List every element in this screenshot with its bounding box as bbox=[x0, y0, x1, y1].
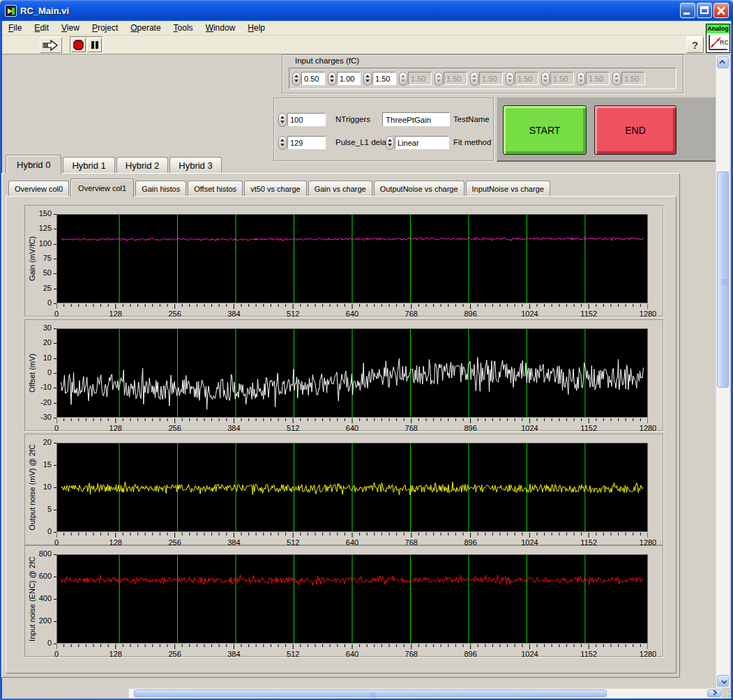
pause-button[interactable] bbox=[87, 38, 102, 52]
spinner-up-down-buttons[interactable] bbox=[292, 72, 301, 86]
tab-hybrid-0[interactable]: Hybrid 0 bbox=[6, 155, 61, 174]
chevron-up-icon bbox=[719, 59, 725, 65]
x-tick-label: 1280 bbox=[640, 424, 656, 432]
chevron-right-icon bbox=[711, 690, 717, 695]
y-tick-label: -20 bbox=[25, 398, 52, 406]
tab-outputnoise-vs-charge[interactable]: OutputNoise vs charge bbox=[374, 181, 464, 196]
ntriggers-value[interactable]: 100 bbox=[287, 113, 326, 126]
input-charge-value-0[interactable]: 0.50 bbox=[301, 72, 325, 85]
menu-operate[interactable]: Operate bbox=[124, 22, 167, 34]
tab-hybrid-1[interactable]: Hybrid 1 bbox=[63, 157, 114, 173]
y-tick-label: 150 bbox=[25, 209, 52, 218]
menu-view[interactable]: View bbox=[55, 22, 86, 34]
x-tick-label: 768 bbox=[405, 650, 418, 658]
input-charge-spinner-5: 1.50 bbox=[470, 71, 503, 86]
y-tick-label: 5 bbox=[25, 505, 52, 513]
x-tick-label: 0 bbox=[54, 310, 59, 318]
pulse-delay-value[interactable]: 129 bbox=[287, 136, 326, 149]
chevron-down-icon bbox=[721, 678, 727, 683]
spinner-up-down-buttons[interactable] bbox=[278, 113, 287, 127]
spinner-up-down-buttons bbox=[541, 72, 550, 86]
ntriggers-label: NTriggers bbox=[335, 115, 370, 123]
y-tick-label: 10 bbox=[25, 353, 52, 362]
input-charge-value-2[interactable]: 1.50 bbox=[372, 72, 396, 85]
output-noise-chart: Output noise (mV) @ 2fC20151050012825638… bbox=[24, 434, 663, 545]
start-button[interactable]: START bbox=[503, 105, 587, 155]
spinner-up-down-buttons[interactable] bbox=[386, 136, 394, 150]
input-charge-spinner-0[interactable]: 0.50 bbox=[292, 71, 325, 86]
x-tick-label: 1280 bbox=[640, 310, 656, 318]
menu-file[interactable]: File bbox=[2, 22, 28, 34]
input-charge-value-7: 1.50 bbox=[550, 72, 574, 85]
menu-edit[interactable]: Edit bbox=[28, 22, 55, 34]
testname-field[interactable]: ThreePtGain bbox=[382, 112, 450, 126]
y-tick-label: 200 bbox=[25, 616, 52, 625]
y-tick-label: 25 bbox=[25, 284, 52, 292]
hybrid-tab-strip: Hybrid 0Hybrid 1Hybrid 2Hybrid 3 bbox=[6, 155, 222, 173]
x-tick-label: 128 bbox=[109, 650, 122, 658]
x-tick-label: 384 bbox=[227, 310, 240, 318]
menu-tools[interactable]: Tools bbox=[167, 22, 199, 34]
minimize-button[interactable] bbox=[680, 3, 695, 18]
spinner-up-down-buttons bbox=[434, 72, 443, 86]
menu-project[interactable]: Project bbox=[86, 22, 124, 34]
x-tick-label: 1280 bbox=[640, 650, 656, 658]
spinner-up-down-buttons[interactable] bbox=[363, 72, 372, 86]
vertical-scroll-thumb[interactable] bbox=[717, 172, 729, 388]
title-bar[interactable]: RC_Main.vi bbox=[0, 0, 733, 21]
tab-overview-col1[interactable]: Overview col1 bbox=[70, 178, 134, 197]
tab-overview-col0[interactable]: Overview col0 bbox=[8, 181, 69, 196]
x-tick-label: 896 bbox=[464, 310, 476, 318]
abort-button[interactable] bbox=[71, 38, 86, 52]
input-charge-spinner-1[interactable]: 1.00 bbox=[328, 71, 361, 86]
spinner-up-down-buttons bbox=[577, 72, 585, 86]
horizontal-scroll-thumb[interactable] bbox=[134, 690, 607, 697]
tab-inputnoise-vs-charge[interactable]: InputNoise vs charge bbox=[466, 181, 550, 196]
x-tick-label: 640 bbox=[346, 310, 358, 318]
run-button[interactable] bbox=[40, 37, 62, 53]
fit-method-ring[interactable]: Linear bbox=[386, 135, 449, 150]
horizontal-scrollbar[interactable] bbox=[128, 688, 722, 699]
x-axis-ticks bbox=[56, 418, 648, 424]
y-tick-label: 0 bbox=[25, 298, 52, 307]
tab-offset-histos[interactable]: Offset histos bbox=[188, 181, 243, 196]
vi-icon-analog-label: Analog bbox=[706, 24, 730, 33]
pulse-delay-spinner[interactable]: 129 bbox=[278, 135, 326, 150]
menu-help[interactable]: Help bbox=[241, 22, 271, 34]
view-tab-strip: Overview col0Overview col1Gain histosOff… bbox=[8, 178, 550, 196]
end-button[interactable]: END bbox=[594, 105, 677, 155]
y-tick-label: 20 bbox=[25, 338, 52, 347]
x-tick-label: 768 bbox=[405, 424, 418, 432]
spinner-up-down-buttons[interactable] bbox=[328, 72, 336, 86]
scroll-down-button[interactable] bbox=[717, 675, 729, 687]
output-noise-plot-area bbox=[56, 443, 648, 532]
ntriggers-spinner[interactable]: 100 bbox=[278, 112, 326, 127]
tab-vt50-vs-charge[interactable]: vt50 vs charge bbox=[244, 181, 307, 196]
y-tick-label: 10 bbox=[25, 482, 52, 491]
fit-method-value[interactable]: Linear bbox=[395, 136, 449, 149]
tab-gain-vs-charge[interactable]: Gain vs charge bbox=[308, 181, 372, 196]
input-charge-spinner-7: 1.50 bbox=[541, 71, 574, 86]
help-button[interactable]: ? bbox=[686, 36, 704, 53]
labview-app-icon bbox=[5, 5, 17, 17]
y-tick-label: 0 bbox=[25, 368, 52, 376]
tab-hybrid-3[interactable]: Hybrid 3 bbox=[169, 157, 221, 173]
x-axis-ticks bbox=[56, 304, 648, 310]
menu-window[interactable]: Window bbox=[199, 22, 242, 34]
tab-gain-histos[interactable]: Gain histos bbox=[135, 181, 186, 196]
input-charge-spinner-3: 1.50 bbox=[399, 71, 432, 86]
vertical-scrollbar[interactable] bbox=[716, 55, 730, 688]
scroll-up-button[interactable] bbox=[717, 56, 729, 68]
x-tick-label: 768 bbox=[405, 310, 418, 318]
y-tick-label: 125 bbox=[25, 224, 52, 232]
scroll-right-button[interactable] bbox=[707, 690, 721, 697]
resize-grip[interactable] bbox=[723, 690, 732, 699]
tab-hybrid-2[interactable]: Hybrid 2 bbox=[116, 157, 168, 173]
run-arrow-icon bbox=[43, 39, 59, 52]
spinner-up-down-buttons[interactable] bbox=[278, 136, 287, 150]
input-charge-value-1[interactable]: 1.00 bbox=[337, 72, 361, 85]
input-charge-value-4: 1.50 bbox=[444, 72, 467, 85]
maximize-button[interactable] bbox=[697, 3, 712, 18]
input-charge-spinner-2[interactable]: 1.50 bbox=[363, 71, 396, 86]
close-button[interactable] bbox=[713, 3, 729, 18]
